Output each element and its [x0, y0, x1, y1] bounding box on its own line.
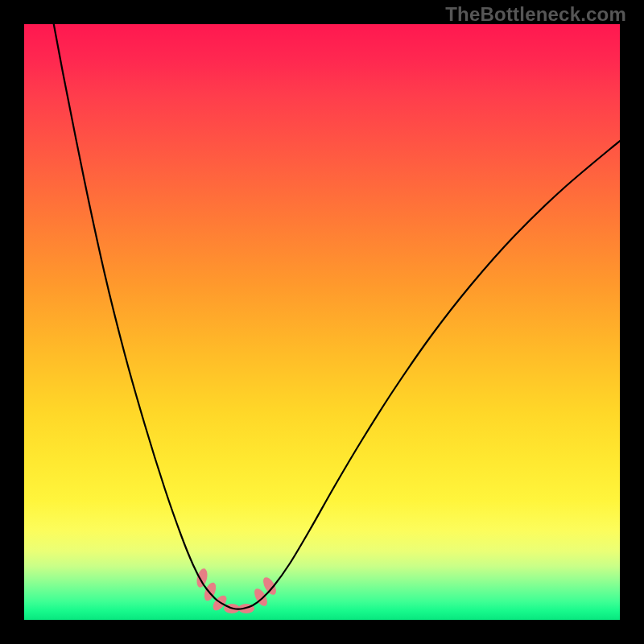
bottleneck-curve: [51, 24, 620, 609]
highlight-marker: [195, 568, 208, 588]
curve-layer: [24, 24, 620, 620]
watermark-text: TheBottleneck.com: [445, 3, 626, 26]
plot-area: [24, 24, 620, 620]
chart-frame: TheBottleneck.com: [0, 0, 644, 644]
